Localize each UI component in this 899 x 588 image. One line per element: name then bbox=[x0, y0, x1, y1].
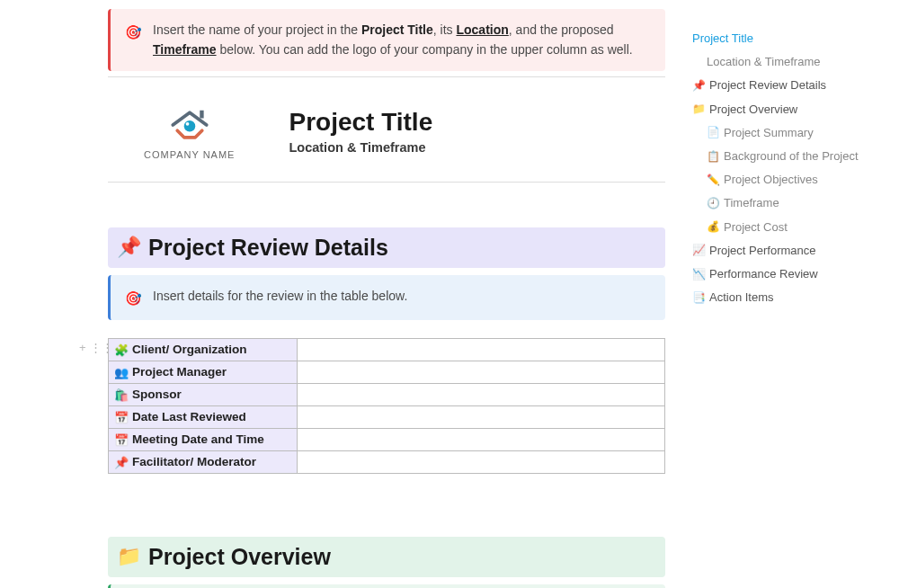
outline-item[interactable]: 📌Project Review Details bbox=[692, 74, 872, 97]
table-row[interactable]: 📅Date Last Reviewed bbox=[109, 405, 665, 428]
outline-item-icon: 📉 bbox=[692, 267, 706, 282]
row-label: 📌Facilitator/ Moderator bbox=[109, 450, 298, 473]
target-icon: 🎯 bbox=[125, 22, 142, 43]
row-label-text: Project Manager bbox=[132, 365, 227, 379]
outline-item-label: Project Review Details bbox=[709, 77, 826, 94]
svg-point-2 bbox=[185, 122, 189, 126]
row-label: 👥Project Manager bbox=[109, 361, 298, 383]
table-row[interactable]: 🧩Client/ Organization bbox=[109, 338, 665, 361]
row-label-text: Sponsor bbox=[132, 388, 182, 401]
row-value[interactable] bbox=[298, 450, 665, 473]
row-value[interactable] bbox=[298, 338, 665, 361]
outline-item-icon: 📄 bbox=[707, 125, 720, 140]
outline-item-label: Timeframe bbox=[724, 195, 779, 211]
company-name: COMPANY NAME bbox=[144, 149, 235, 160]
outline-list: Project TitleLocation & Timeframe📌Projec… bbox=[692, 27, 872, 309]
outline-item-label: Project Cost bbox=[724, 219, 788, 236]
review-callout: 🎯 Insert details for the review in the t… bbox=[108, 275, 665, 320]
outline-item[interactable]: 📁Project Overview bbox=[692, 98, 872, 121]
row-label-text: Client/ Organization bbox=[132, 343, 247, 356]
outline-item-label: Location & Timeframe bbox=[707, 54, 820, 70]
row-value[interactable] bbox=[298, 361, 665, 383]
logo-column: COMPANY NAME bbox=[144, 102, 235, 160]
outline-item-label: Background of the Project bbox=[724, 148, 859, 165]
row-icon: 👥 bbox=[114, 366, 129, 379]
divider bbox=[108, 76, 665, 77]
main-content: 🎯 Insert the name of your project in the… bbox=[0, 0, 683, 588]
row-label: 📅Meeting Date and Time bbox=[109, 428, 298, 450]
outline-item[interactable]: 📑Action Items bbox=[692, 286, 872, 309]
table-row[interactable]: 📌Facilitator/ Moderator bbox=[109, 450, 665, 473]
outline-item[interactable]: 📉Performance Review bbox=[692, 263, 872, 286]
outline-item[interactable]: 💰Project Cost bbox=[692, 216, 872, 239]
row-label-text: Meeting Date and Time bbox=[132, 432, 264, 446]
section-header-review[interactable]: 📌 Project Review Details bbox=[108, 227, 665, 268]
intro-callout-text: Insert the name of your project in the P… bbox=[153, 20, 651, 60]
row-label: 📅Date Last Reviewed bbox=[109, 405, 298, 428]
outline-item-label: Project Performance bbox=[709, 243, 816, 259]
page-subtitle[interactable]: Location & Timeframe bbox=[289, 140, 432, 155]
row-value[interactable] bbox=[298, 383, 665, 405]
row-icon: 🛍️ bbox=[114, 388, 129, 402]
row-label: 🧩Client/ Organization bbox=[109, 338, 298, 361]
row-label-text: Facilitator/ Moderator bbox=[132, 455, 256, 468]
title-block: COMPANY NAME Project Title Location & Ti… bbox=[108, 94, 665, 176]
svg-rect-0 bbox=[200, 111, 203, 119]
outline-item-label: Project Summary bbox=[724, 125, 814, 141]
title-column: Project Title Location & Timeframe bbox=[289, 108, 432, 155]
outline-item-label: Project Overview bbox=[709, 102, 797, 118]
row-value[interactable] bbox=[298, 428, 665, 450]
table-row[interactable]: 🛍️Sponsor bbox=[109, 383, 665, 405]
row-label: 🛍️Sponsor bbox=[109, 383, 298, 405]
outline-item-icon: ✏️ bbox=[707, 173, 720, 188]
divider bbox=[108, 182, 665, 183]
outline-item-icon: 📈 bbox=[692, 243, 706, 258]
plus-icon[interactable]: + bbox=[79, 341, 86, 354]
details-table-wrap: + ⋮⋮ 🧩Client/ Organization👥Project Manag… bbox=[108, 338, 665, 474]
row-controls[interactable]: + ⋮⋮ bbox=[79, 341, 113, 354]
outline-item-label: Performance Review bbox=[709, 266, 818, 282]
outline-item[interactable]: Project Title bbox=[692, 27, 872, 50]
outline-item[interactable]: 📄Project Summary bbox=[692, 121, 872, 145]
pushpin-icon: 📌 bbox=[117, 236, 141, 259]
outline-item[interactable]: ✏️Project Objectives bbox=[692, 168, 872, 192]
row-icon: 📅 bbox=[114, 433, 129, 447]
section-title-review: Project Review Details bbox=[148, 235, 388, 261]
section-title-overview: Project Overview bbox=[148, 544, 331, 570]
table-row[interactable]: 👥Project Manager bbox=[109, 361, 665, 383]
outline-item-icon: 💰 bbox=[707, 219, 720, 235]
outline-item-icon: 📁 bbox=[692, 102, 706, 117]
company-logo-icon bbox=[158, 102, 221, 147]
table-row[interactable]: 📅Meeting Date and Time bbox=[109, 428, 665, 450]
outline-item-icon: 📌 bbox=[692, 78, 706, 94]
outline-item[interactable]: 🕘Timeframe bbox=[692, 192, 872, 215]
svg-point-1 bbox=[183, 120, 195, 132]
row-icon: 📌 bbox=[114, 456, 129, 469]
outline-item[interactable]: 📋Background of the Project bbox=[692, 145, 872, 168]
outline-item-icon: 📑 bbox=[692, 290, 706, 306]
outline-item-label: Action Items bbox=[709, 290, 774, 306]
section-header-overview[interactable]: 📁 Project Overview bbox=[108, 537, 665, 577]
row-icon: 📅 bbox=[114, 411, 129, 424]
outline-item[interactable]: 📈Project Performance bbox=[692, 239, 872, 263]
review-callout-text: Insert details for the review in the tab… bbox=[153, 286, 407, 306]
row-icon: 🧩 bbox=[114, 343, 129, 357]
folder-icon: 📁 bbox=[117, 545, 141, 568]
row-value[interactable] bbox=[298, 405, 665, 428]
outline-item-label: Project Objectives bbox=[724, 172, 818, 188]
target-icon: 🎯 bbox=[125, 288, 142, 309]
outline-item[interactable]: Location & Timeframe bbox=[692, 50, 872, 74]
page-title[interactable]: Project Title bbox=[289, 108, 432, 137]
outline-item-icon: 📋 bbox=[707, 149, 720, 165]
intro-callout: 🎯 Insert the name of your project in the… bbox=[108, 9, 665, 71]
overview-callout: 🎯 Your Project Summary is a comprehensiv… bbox=[108, 584, 665, 588]
row-label-text: Date Last Reviewed bbox=[132, 410, 246, 423]
outline-sidebar: Project TitleLocation & Timeframe📌Projec… bbox=[683, 0, 881, 588]
drag-handle-icon[interactable]: ⋮⋮ bbox=[90, 341, 113, 354]
details-table[interactable]: 🧩Client/ Organization👥Project Manager🛍️S… bbox=[108, 338, 665, 474]
outline-item-icon: 🕘 bbox=[707, 196, 720, 211]
outline-item-label: Project Title bbox=[692, 31, 753, 47]
